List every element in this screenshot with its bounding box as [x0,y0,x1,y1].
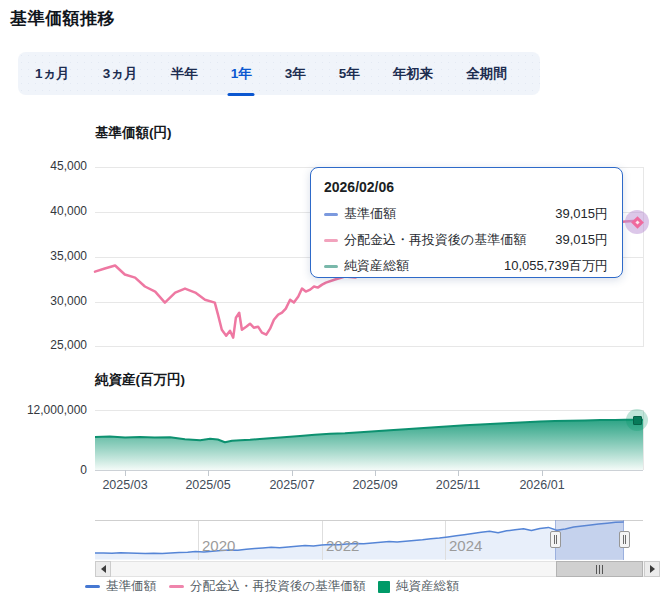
navigator-year-label: 2022 [326,537,359,554]
legend-item-reinvested-price[interactable]: 分配金込・再投資後の基準価額 [169,578,365,595]
fund-price-chart-panel: 基準価額推移 1ヵ月 3ヵ月 半年 1年 3年 5年 年初来 全期間 基準価額(… [0,0,661,604]
tooltip-label: 分配金込・再投資後の基準価額 [344,231,555,249]
legend-square-icon [378,581,390,593]
navigator-year-label: 2020 [202,537,235,554]
tooltip-label: 基準価額 [344,205,555,223]
chart-legend: 基準価額 分配金込・再投資後の基準価額 純資産総額 [85,578,459,595]
legend-item-price[interactable]: 基準価額 [85,578,156,595]
scrollbar-left-arrow[interactable] [95,561,111,577]
scrollbar-right-arrow[interactable] [644,561,660,577]
arrow-right-icon [650,565,655,573]
grip-icon [599,565,600,574]
tooltip-date: 2026/02/06 [324,179,608,195]
asset-area-series [95,420,643,470]
arrow-left-icon [101,565,106,573]
series-dash-icon [324,213,338,216]
tooltip-value: 39,015円 [555,205,608,223]
legend-dash-icon [169,585,184,588]
tooltip-row: 分配金込・再投資後の基準価額 39,015円 [324,231,608,249]
scrollbar-thumb[interactable] [556,561,643,577]
tooltip-row: 純資産総額 10,055,739百万円 [324,257,608,275]
charts-canvas[interactable] [0,0,661,604]
series-dash-icon [324,265,338,268]
tooltip-row: 基準価額 39,015円 [324,205,608,223]
tooltip-value: 10,055,739百万円 [504,257,608,275]
navigator-year-label: 2024 [449,537,482,554]
legend-label: 基準価額 [106,578,156,595]
tooltip-value: 39,015円 [555,231,608,249]
chart-tooltip: 2026/02/06 基準価額 39,015円 分配金込・再投資後の基準価額 3… [310,167,623,278]
navigator-selected-range[interactable] [555,520,624,560]
navigator-right-handle[interactable] [619,531,630,548]
legend-dash-icon [85,585,100,588]
legend-label: 分配金込・再投資後の基準価額 [190,578,365,595]
series-dash-icon [324,239,338,242]
navigator-left-handle[interactable] [550,531,561,548]
tooltip-label: 純資産総額 [344,257,504,275]
legend-item-net-assets[interactable]: 純資産総額 [378,578,459,595]
legend-label: 純資産総額 [396,578,459,595]
